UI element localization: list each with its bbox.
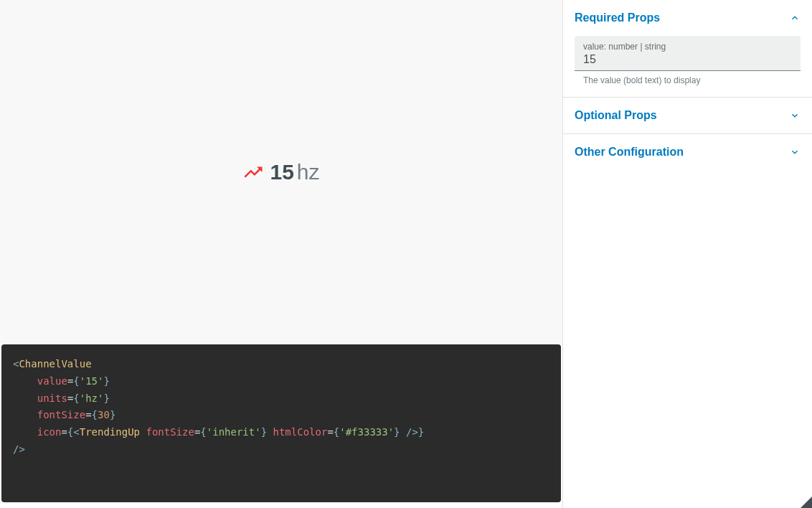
required-props-section: Required Props value: number | string Th… (563, 0, 812, 98)
required-props-body: value: number | string The value (bold t… (563, 36, 812, 97)
required-props-header[interactable]: Required Props (563, 0, 812, 36)
channel-value-preview: 15 hz (242, 160, 319, 184)
preview-value: 15 (270, 160, 293, 184)
value-input[interactable] (583, 53, 792, 66)
other-config-section: Other Configuration (563, 134, 812, 170)
preview-units: hz (297, 160, 320, 184)
optional-props-header[interactable]: Optional Props (563, 98, 812, 133)
code-content: <ChannelValue value={'15'} units={'hz'} … (13, 356, 549, 458)
value-help-text: The value (bold text) to display (575, 71, 801, 85)
optional-props-title: Optional Props (575, 109, 657, 122)
main-panel: 15 hz <ChannelValue value={'15'} units={… (0, 0, 562, 508)
props-sidebar: Required Props value: number | string Th… (562, 0, 812, 508)
other-config-header[interactable]: Other Configuration (563, 134, 812, 170)
chevron-up-icon (789, 12, 801, 24)
value-input-group[interactable]: value: number | string (575, 36, 801, 71)
value-input-label: value: number | string (583, 42, 792, 52)
other-config-title: Other Configuration (575, 146, 684, 159)
optional-props-section: Optional Props (563, 98, 812, 134)
resize-handle-icon[interactable] (801, 497, 812, 508)
trending-up-icon (242, 161, 264, 183)
code-panel[interactable]: <ChannelValue value={'15'} units={'hz'} … (1, 344, 561, 502)
preview-area: 15 hz (0, 0, 562, 344)
required-props-title: Required Props (575, 11, 660, 24)
chevron-down-icon (789, 146, 801, 158)
chevron-down-icon (789, 110, 801, 121)
